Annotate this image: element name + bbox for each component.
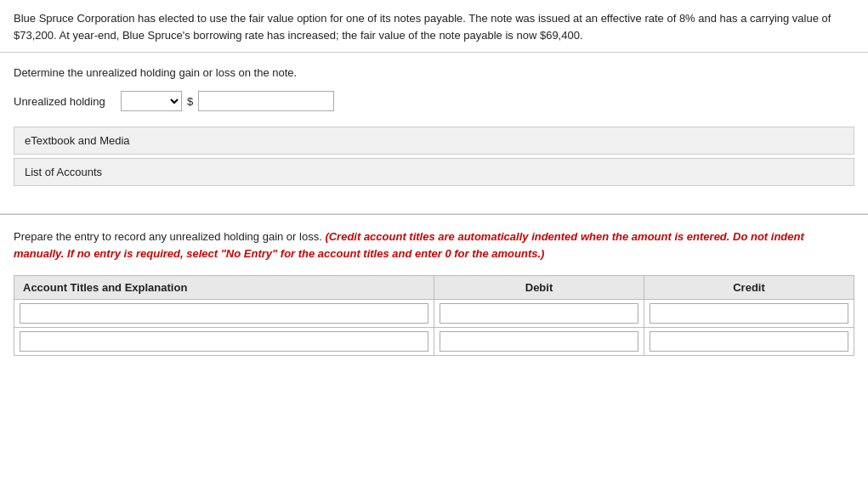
debit-cell <box>434 328 644 356</box>
account-title-input[interactable] <box>20 303 428 324</box>
table-row <box>14 328 854 356</box>
account-cell <box>14 328 434 356</box>
credit-input[interactable] <box>650 303 848 324</box>
col-header-account: Account Titles and Explanation <box>14 276 434 300</box>
unrealized-amount-input[interactable] <box>198 91 334 111</box>
top-description: Blue Spruce Corporation has elected to u… <box>0 0 868 53</box>
part1-section: Determine the unrealized holding gain or… <box>0 53 868 214</box>
credit-input[interactable] <box>650 331 848 352</box>
credit-cell <box>644 328 854 356</box>
part2-instruction: Prepare the entry to record any unrealiz… <box>14 228 854 262</box>
part2-instruction-plain: Prepare the entry to record any unrealiz… <box>14 230 325 243</box>
account-cell <box>14 300 434 328</box>
etextbook-media-button[interactable]: eTextbook and Media <box>14 127 854 155</box>
credit-cell <box>644 300 854 328</box>
unrealized-label: Unrealized holding <box>14 95 116 108</box>
debit-input[interactable] <box>440 303 638 324</box>
part1-instruction: Determine the unrealized holding gain or… <box>14 66 854 79</box>
list-of-accounts-button[interactable]: List of Accounts <box>14 158 854 186</box>
col-header-credit: Credit <box>644 276 854 300</box>
part2-section: Prepare the entry to record any unrealiz… <box>0 215 868 373</box>
unrealized-row: Unrealized holding Gain Loss $ <box>14 91 854 111</box>
account-title-input[interactable] <box>20 331 428 352</box>
debit-input[interactable] <box>440 331 638 352</box>
unrealized-dropdown[interactable]: Gain Loss <box>121 91 182 111</box>
description-text: Blue Spruce Corporation has elected to u… <box>14 12 831 42</box>
table-row <box>14 300 854 328</box>
journal-table: Account Titles and Explanation Debit Cre… <box>14 275 854 356</box>
dollar-sign: $ <box>187 95 193 108</box>
col-header-debit: Debit <box>434 276 644 300</box>
debit-cell <box>434 300 644 328</box>
